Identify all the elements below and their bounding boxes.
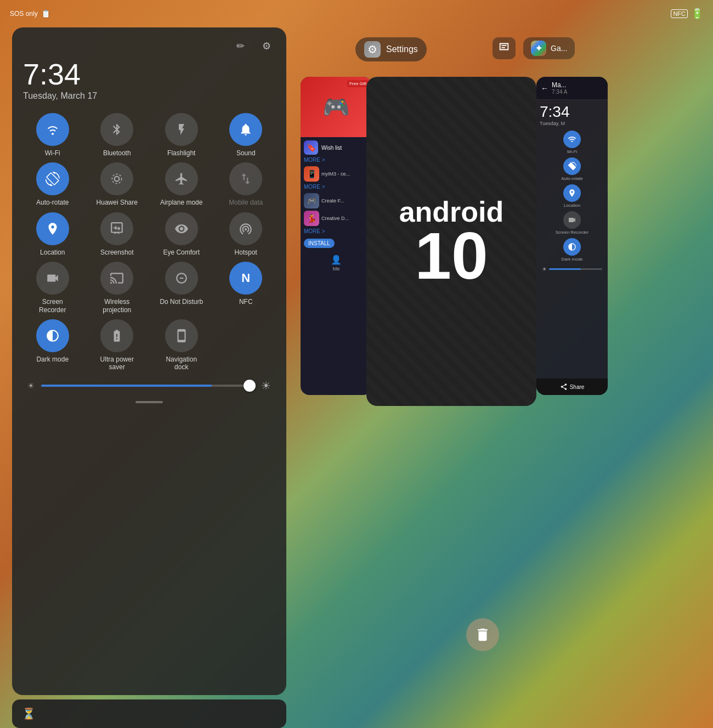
ga-app-bar[interactable]: ✦ Ga... <box>523 37 575 59</box>
right-location-icon <box>563 184 581 202</box>
ga-icon: ✦ <box>531 41 546 56</box>
brightness-track[interactable] <box>41 385 254 387</box>
quick-tiles-grid: Wi-Fi Bluetooth Flashlight <box>23 113 275 371</box>
tile-nfc[interactable]: N NFC <box>217 262 276 314</box>
tile-donotdisturb[interactable]: Do Not Disturb <box>152 262 211 314</box>
tile-eyecomfort[interactable]: Eye Comfort <box>152 212 211 256</box>
brightness-max-icon: ☀ <box>261 379 271 392</box>
notification-panel: ✏ ⚙ 7:34 Tuesday, March 17 Wi-Fi Bluetoo… <box>12 27 286 695</box>
wishlist-row: 🔖 Wish list <box>304 140 369 155</box>
tile-airplanemode[interactable]: Airplane mode <box>152 162 211 206</box>
app-icon-2: 🎮 <box>304 193 319 208</box>
right-location-label: Location <box>564 203 580 208</box>
panel-header: ✏ ⚙ <box>23 37 275 55</box>
hotspot-label: Hotspot <box>235 249 257 256</box>
app-store-content: 🔖 Wish list MORE > 📱 myIM3 - ce... MORE … <box>301 137 372 275</box>
right-tile-screenrecorder[interactable]: Screen Recorder <box>540 211 604 235</box>
sound-label: Sound <box>236 149 256 157</box>
right-card-body: 7:34 Tuesday, M Wi-Fi Auto-rotate <box>536 100 608 275</box>
app-banner: Free Gift 🎮 <box>301 77 372 137</box>
right-darkmode-icon <box>563 238 581 256</box>
tile-hotspot[interactable]: Hotspot <box>217 212 276 256</box>
app-item-1: 📱 myIM3 - ce... <box>304 166 369 182</box>
navigationdock-icon <box>165 319 198 352</box>
drag-handle[interactable] <box>23 401 275 403</box>
tile-mobiledata[interactable]: Mobile data <box>217 162 276 206</box>
tile-wifi[interactable]: Wi-Fi <box>23 113 82 157</box>
me-row: 👤 Me <box>304 255 369 272</box>
right-screenrecorder-label: Screen Recorder <box>556 230 588 235</box>
more-btn-1[interactable]: MORE > <box>304 157 369 163</box>
tile-location[interactable]: Location <box>23 212 82 256</box>
svg-point-0 <box>115 177 120 182</box>
right-autorotate-label: Auto-rotate <box>561 176 583 181</box>
tile-sound[interactable]: Sound <box>217 113 276 157</box>
tile-huaweishare[interactable]: Huawei Share <box>88 162 147 206</box>
right-wifi-label: Wi-Fi <box>567 149 578 154</box>
install-button[interactable]: INSTALL <box>304 239 335 248</box>
right-wifi-icon <box>563 131 581 148</box>
app-store-card[interactable]: Free Gift 🎮 🔖 Wish list MORE > 📱 myIM3 -… <box>301 77 372 395</box>
right-tile-wifi[interactable]: Wi-Fi <box>540 131 604 154</box>
tile-screenrecorder[interactable]: Screen Recorder <box>23 262 82 314</box>
right-card-title: Ma... <box>552 81 567 89</box>
right-share-bar[interactable]: Share <box>536 379 608 395</box>
tile-bluetooth[interactable]: Bluetooth <box>88 113 147 157</box>
brightness-row: ☀ ☀ <box>23 379 275 392</box>
brightness-fill <box>41 385 212 387</box>
app-label-1: myIM3 - ce... <box>321 171 350 177</box>
status-bar: SOS only 📋 NFC 🔋 <box>0 0 713 27</box>
more-btn-2[interactable]: MORE > <box>304 184 369 190</box>
tile-navigationdock[interactable]: Navigation dock <box>152 319 211 371</box>
sound-icon <box>229 113 262 146</box>
settings-icon[interactable]: ⚙ <box>258 37 275 55</box>
bluetooth-label: Bluetooth <box>103 149 131 157</box>
brightness-thumb[interactable] <box>244 380 256 392</box>
ultrapowersaver-label: Ultra power saver <box>100 355 134 371</box>
more-btn-3[interactable]: MORE > <box>304 228 369 234</box>
flashlight-icon <box>165 113 198 146</box>
screenshot-label: Screenshot <box>100 249 134 256</box>
autorotate-label: Auto-rotate <box>36 199 69 206</box>
eyecomfort-icon <box>165 212 198 245</box>
window-mode-icon[interactable] <box>493 37 516 59</box>
app-icon-1: 📱 <box>304 166 319 182</box>
trash-circle <box>466 618 499 651</box>
settings-app-label: Settings <box>386 44 418 54</box>
right-tile-location[interactable]: Location <box>540 184 604 208</box>
trash-icon-container[interactable] <box>466 618 499 651</box>
android-10-card[interactable]: android 10 <box>366 77 536 406</box>
right-tile-autorotate[interactable]: Auto-rotate <box>540 157 604 181</box>
right-brightness-fill <box>549 268 581 270</box>
airplane-label: Airplane mode <box>160 199 202 206</box>
status-bar-right: NFC 🔋 <box>671 8 703 20</box>
settings-app-bar[interactable]: ⚙ Settings <box>355 37 427 61</box>
huaweishare-label: Huawei Share <box>97 199 138 206</box>
ga-label: Ga... <box>551 44 567 53</box>
settings-app-icon: ⚙ <box>364 41 381 58</box>
share-label: Share <box>570 384 585 390</box>
right-tiles-grid: Wi-Fi Auto-rotate Location <box>540 131 604 262</box>
banner-badge: Free Gift <box>347 80 369 87</box>
right-tile-darkmode[interactable]: Dark mode <box>540 238 604 262</box>
right-autorotate-icon <box>563 157 581 175</box>
right-date: Tuesday, M <box>540 121 604 126</box>
tile-screenshot[interactable]: Screenshot <box>88 212 147 256</box>
sos-label: SOS only <box>10 10 38 18</box>
tile-darkmode[interactable]: Dark mode <box>23 319 82 371</box>
edit-icon[interactable]: ✏ <box>231 37 249 55</box>
tile-autorotate[interactable]: Auto-rotate <box>23 162 82 206</box>
flashlight-label: Flashlight <box>167 149 195 157</box>
wirelessprojection-label: Wireless projection <box>103 298 131 314</box>
darkmode-icon <box>36 319 69 352</box>
android-num: 10 <box>415 226 488 285</box>
screenrecorder-label: Screen Recorder <box>39 298 66 314</box>
sim-icon: 📋 <box>41 9 50 18</box>
tile-flashlight[interactable]: Flashlight <box>152 113 211 157</box>
banner-character: 🎮 <box>322 94 350 120</box>
bluetooth-icon <box>100 113 133 146</box>
tile-wirelessprojection[interactable]: Wireless projection <box>88 262 147 314</box>
right-mini-card[interactable]: ← Ma... 7:34 A 7:34 Tuesday, M Wi-Fi Aut… <box>536 77 608 395</box>
bottom-notification-bar: ⏳ <box>12 699 286 728</box>
tile-ultrapowersaver[interactable]: Ultra power saver <box>88 319 147 371</box>
